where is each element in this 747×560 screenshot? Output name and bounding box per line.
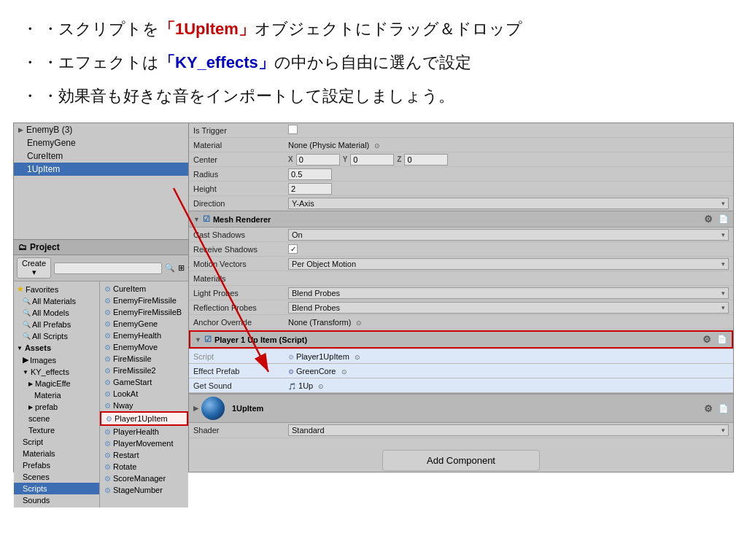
shader-dropdown[interactable]: Standard ▾	[288, 424, 729, 436]
tree-item-all-scripts[interactable]: 🔍 All Scripts	[14, 330, 99, 342]
anchor-picker-btn[interactable]: ⊙	[356, 319, 362, 327]
is-trigger-value	[288, 125, 729, 136]
file-item-enemymove[interactable]: ⚙ EnemyMove	[100, 341, 188, 353]
player1up-checkbox[interactable]: ☑	[204, 335, 212, 344]
file-item-playermovement[interactable]: ⚙ PlayerMovement	[100, 438, 188, 449]
folder-icon-small: ▶	[23, 355, 28, 365]
mesh-renderer-checkbox[interactable]: ☑	[203, 214, 210, 224]
radius-input[interactable]	[288, 168, 332, 180]
height-value	[288, 183, 729, 195]
project-search-input[interactable]	[54, 262, 162, 274]
reflection-probes-dropdown[interactable]: Blend Probes ▾	[288, 302, 729, 314]
hierarchy-item-enemygene[interactable]: EnemyGene	[14, 136, 188, 149]
file-item-enemyfiremissile[interactable]: ⚙ EnemyFireMissile	[100, 295, 188, 306]
center-label: Center	[193, 155, 288, 164]
script-picker-btn[interactable]: ⊙	[355, 354, 360, 361]
script-file-icon: ⚙	[104, 463, 111, 471]
tree-label: Images	[30, 356, 56, 365]
file-item-cureitem[interactable]: ⚙ CureItem	[100, 283, 188, 295]
tree-item-images[interactable]: ▶ Images	[14, 354, 99, 366]
gear-icon[interactable]: ⚙	[703, 334, 711, 345]
tree-item-prefab[interactable]: ▶ prefab	[14, 401, 99, 413]
file-item-gamestart[interactable]: ⚙ GameStart	[100, 376, 188, 388]
tree-item-scripts[interactable]: Scripts	[14, 483, 99, 494]
file-item-scoremanager[interactable]: ⚙ ScoreManager	[100, 472, 188, 484]
center-x-input[interactable]	[296, 154, 340, 166]
hierarchy-item-cureitem[interactable]: CureItem	[14, 149, 188, 163]
collapse-icon[interactable]: ▶	[193, 405, 198, 412]
file-item-firemissile2[interactable]: ⚙ FireMissile2	[100, 365, 188, 376]
project-title: Project	[30, 242, 60, 252]
page-icon[interactable]: 📄	[717, 335, 727, 344]
page-icon[interactable]: 📄	[719, 214, 729, 224]
sound-picker-btn[interactable]: ⊙	[318, 383, 324, 390]
hierarchy-item-enemyb[interactable]: ▶ EnemyB (3)	[14, 123, 188, 136]
search-icon[interactable]: 🔍	[165, 263, 175, 273]
tree-item-ky-effects[interactable]: ▼ KY_effects	[14, 366, 99, 378]
file-item-enemygene[interactable]: ⚙ EnemyGene	[100, 318, 188, 330]
light-probes-dropdown[interactable]: Blend Probes ▾	[288, 287, 729, 299]
search-icon-small: 🔍	[23, 309, 31, 316]
player1up-header: ▼ ☑ Player 1 Up Item (Script) ⚙ 📄	[189, 330, 733, 349]
script-value-text: Player1UpItem	[296, 352, 349, 361]
file-item-playerhealth[interactable]: ⚙ PlayerHealth	[100, 426, 188, 438]
is-trigger-checkbox[interactable]	[288, 125, 298, 134]
reflection-probes-label: Reflection Probes	[193, 303, 288, 312]
xyz-group-center: X Y Z	[288, 154, 729, 166]
collapse-icon[interactable]: ▼	[193, 216, 200, 223]
material-picker-btn[interactable]: ⊙	[374, 142, 380, 149]
tree-item-materials[interactable]: Materials	[14, 448, 99, 459]
annotation-line2-highlight: 「KY_effects」	[159, 47, 274, 79]
tree-item-all-materials[interactable]: 🔍 All Materials	[14, 295, 99, 307]
gear-icon[interactable]: ⚙	[704, 403, 713, 414]
script-file-icon: ⚙	[104, 440, 111, 448]
center-z-input[interactable]	[404, 154, 448, 166]
create-button[interactable]: Create ▾	[17, 257, 51, 279]
get-sound-text: 1Up	[298, 381, 313, 390]
tree-item-all-models[interactable]: 🔍 All Models	[14, 307, 99, 319]
tree-label: scene	[28, 414, 50, 423]
motion-vectors-dropdown[interactable]: Per Object Motion ▾	[288, 258, 729, 270]
file-item-firemissile[interactable]: ⚙ FireMissile	[100, 353, 188, 365]
tree-item-all-prefabs[interactable]: 🔍 All Prefabs	[14, 319, 99, 330]
receive-shadows-checkbox[interactable]: ✓	[288, 244, 298, 254]
tree-item-magiceffe[interactable]: ▶ MagicEffe	[14, 378, 99, 389]
project-content: ★ Favorites 🔍 All Materials 🔍 All Models…	[14, 281, 188, 508]
cast-shadows-dropdown[interactable]: On ▾	[288, 229, 729, 241]
tree-label: Scripts	[23, 484, 47, 493]
add-component-button[interactable]: Add Component	[382, 450, 540, 471]
file-item-lookat[interactable]: ⚙ LookAt	[100, 388, 188, 400]
tree-item-favorites[interactable]: ★ Favorites	[14, 283, 99, 295]
file-item-rotate[interactable]: ⚙ Rotate	[100, 461, 188, 472]
receive-shadows-value: ✓	[288, 244, 729, 254]
inspector-row-light-probes: Light Probes Blend Probes ▾	[189, 286, 733, 300]
tree-item-sounds[interactable]: Sounds	[14, 494, 99, 506]
effect-prefab-picker-btn[interactable]: ⊙	[341, 368, 347, 376]
tree-item-scenes[interactable]: Scenes	[14, 471, 99, 483]
file-item-stagenumber[interactable]: ⚙ StageNumber	[100, 484, 188, 496]
file-item-enemyfiremissileb[interactable]: ⚙ EnemyFireMissileB	[100, 306, 188, 318]
hierarchy-item-1upitem[interactable]: 1UpItem	[14, 163, 188, 176]
file-item-nway[interactable]: ⚙ Nway	[100, 400, 188, 411]
tree-label: All Models	[32, 308, 69, 317]
tree-item-assets[interactable]: ▼ Assets	[14, 342, 99, 354]
height-input[interactable]	[288, 183, 332, 195]
file-item-enemyhealth[interactable]: ⚙ EnemyHealth	[100, 330, 188, 341]
file-item-restart[interactable]: ⚙ Restart	[100, 449, 188, 461]
tree-label: prefab	[35, 402, 58, 411]
tree-item-prefabs[interactable]: Prefabs	[14, 459, 99, 471]
file-item-player1upitem[interactable]: ⚙ Player1UpItem	[100, 411, 188, 426]
radius-value	[288, 168, 729, 180]
filter-icon[interactable]: ⊞	[178, 263, 185, 273]
collapse-icon[interactable]: ▼	[195, 336, 201, 343]
direction-dropdown[interactable]: Y-Axis ▾	[288, 198, 729, 209]
page-icon[interactable]: 📄	[719, 404, 729, 413]
tree-item-materia[interactable]: Materia	[14, 389, 99, 401]
annotation-line-1: ・ ・スクリプトを 「1UpItem」 オブジェクトにドラッグ＆ドロップ	[22, 13, 725, 45]
tree-item-script[interactable]: Script	[14, 436, 99, 448]
gear-icon[interactable]: ⚙	[704, 214, 713, 225]
tree-item-scene[interactable]: scene	[14, 413, 99, 424]
tree-item-texture[interactable]: Texture	[14, 424, 99, 436]
center-y-input[interactable]	[350, 154, 394, 166]
effect-prefab-label: Effect Prefab	[193, 367, 288, 376]
